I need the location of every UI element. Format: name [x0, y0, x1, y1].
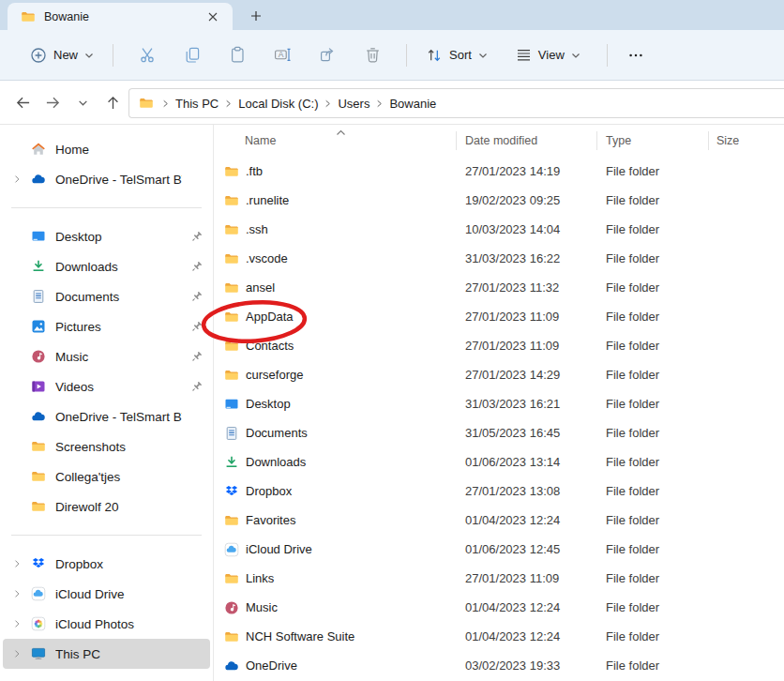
table-row[interactable]: AppData 27/01/2023 11:09 File folder	[214, 302, 784, 331]
expand-chevron-icon[interactable]	[3, 648, 31, 659]
sidebar-item-desktop[interactable]: Desktop	[3, 221, 210, 251]
table-row[interactable]: ansel 27/01/2023 11:32 File folder	[214, 273, 784, 302]
sidebar-item-downloads[interactable]: Downloads	[3, 251, 210, 281]
sidebar-item-pictures[interactable]: Pictures	[3, 311, 210, 341]
column-header-size[interactable]: Size	[708, 134, 784, 147]
view-button[interactable]: View	[508, 41, 588, 68]
breadcrumb-chevron-icon	[375, 99, 384, 108]
table-row[interactable]: Favorites 01/04/2023 12:24 File folder	[214, 506, 784, 535]
file-type: File folder	[596, 542, 708, 556]
breadcrumb-item[interactable]: Bowanie	[385, 95, 440, 113]
sidebar-item-collega-tjes[interactable]: Collega'tjes	[3, 462, 210, 492]
sidebar-item-icloud-drive[interactable]: iCloud Drive	[3, 579, 210, 609]
sidebar-item-icloud-photos[interactable]: iCloud Photos	[3, 609, 210, 639]
table-row[interactable]: Documents 31/05/2023 16:45 File folder	[214, 418, 784, 447]
table-row[interactable]: OneDrive 03/02/2023 19:33 File folder	[214, 651, 784, 680]
table-row[interactable]: Music 01/04/2023 12:24 File folder	[214, 593, 784, 622]
column-header-type[interactable]: Type	[596, 134, 708, 147]
sidebar-item-home[interactable]: Home	[3, 134, 210, 164]
sidebar-item-onedrive-telsmart-bv[interactable]: OneDrive - TelSmart BV	[3, 401, 210, 431]
column-divider[interactable]	[456, 131, 457, 150]
breadcrumb-item[interactable]: Local Disk (C:)	[234, 95, 322, 113]
table-row[interactable]: Dropbox 27/01/2023 13:08 File folder	[214, 477, 784, 506]
sidebar-item-label: Pictures	[55, 320, 182, 334]
sidebar-item-label: Screenshots	[55, 440, 182, 454]
plus-circle-icon	[30, 47, 47, 64]
forward-button[interactable]	[38, 87, 68, 117]
cut-button[interactable]	[125, 46, 170, 64]
file-name: .ftb	[246, 164, 263, 178]
column-divider[interactable]	[708, 131, 709, 150]
file-date-modified: 19/02/2023 09:25	[456, 193, 596, 207]
column-divider[interactable]	[596, 131, 597, 150]
downloads-icon	[31, 259, 46, 274]
sidebar-item-label: Collega'tjes	[55, 470, 182, 484]
new-button[interactable]: New	[23, 41, 101, 69]
sidebar-item-documents[interactable]: Documents	[3, 281, 210, 311]
expand-chevron-icon[interactable]	[3, 588, 31, 599]
dropbox-icon	[31, 556, 46, 571]
sort-arrows-icon	[426, 47, 443, 64]
sort-ascending-caret-icon[interactable]	[336, 126, 346, 139]
folder-icon	[224, 310, 239, 325]
table-row[interactable]: .ssh 10/03/2023 14:04 File folder	[214, 215, 784, 244]
sidebar-item-onedrive-telsmart-bv[interactable]: OneDrive - TelSmart BV	[3, 164, 210, 194]
breadcrumb-item[interactable]: Users	[334, 95, 373, 113]
sidebar-item-this-pc[interactable]: This PC	[3, 639, 210, 669]
sort-button[interactable]: Sort	[418, 41, 495, 69]
rename-button[interactable]: A	[260, 46, 305, 64]
table-row[interactable]: .ftb 27/01/2023 14:19 File folder	[214, 157, 784, 186]
sidebar-item-dropbox[interactable]: Dropbox	[3, 549, 210, 579]
more-options-button[interactable]	[619, 47, 653, 64]
tab-close-icon[interactable]	[203, 7, 223, 27]
address-bar[interactable]: This PC Local Disk (C:) Users Bowanie	[128, 88, 784, 118]
explorer-tab[interactable]: Bowanie	[8, 3, 233, 30]
file-type: File folder	[596, 426, 708, 440]
desktop-icon	[31, 229, 46, 244]
file-type: File folder	[596, 600, 708, 614]
up-button[interactable]	[98, 87, 128, 117]
sidebar-item-label: OneDrive - TelSmart BV	[55, 410, 182, 424]
file-rows: .ftb 27/01/2023 14:19 File folder .runel…	[214, 157, 784, 680]
folder-icon	[31, 469, 46, 484]
pictures-icon	[31, 319, 46, 334]
file-date-modified: 27/01/2023 13:08	[456, 484, 596, 498]
table-row[interactable]: .vscode 31/03/2023 16:22 File folder	[214, 244, 784, 273]
breadcrumb-chevron-icon	[224, 99, 233, 108]
command-toolbar: New A Sort View	[0, 30, 784, 81]
table-row[interactable]: NCH Software Suite 01/04/2023 12:24 File…	[214, 622, 784, 651]
new-tab-button[interactable]	[242, 3, 270, 29]
back-button[interactable]	[8, 87, 38, 117]
table-row[interactable]: .runelite 19/02/2023 09:25 File folder	[214, 186, 784, 215]
expand-chevron-icon[interactable]	[3, 174, 31, 185]
column-header-date-modified[interactable]: Date modified	[456, 134, 596, 147]
file-name: NCH Software Suite	[246, 629, 354, 643]
table-row[interactable]: Desktop 31/03/2023 16:21 File folder	[214, 389, 784, 418]
sidebar-item-direwolf-20[interactable]: Direwolf 20	[3, 492, 210, 522]
table-row[interactable]: Downloads 01/06/2023 13:14 File folder	[214, 447, 784, 477]
folder-icon	[21, 9, 36, 24]
file-name: .ssh	[246, 222, 268, 236]
table-row[interactable]: iCloud Drive 01/06/2023 12:45 File folde…	[214, 535, 784, 564]
icloud-drive-icon	[224, 542, 239, 557]
sidebar-item-videos[interactable]: Videos	[3, 371, 210, 401]
file-name: Music	[246, 600, 278, 614]
expand-chevron-icon[interactable]	[3, 558, 31, 569]
paste-button[interactable]	[215, 46, 260, 64]
sidebar-item-screenshots[interactable]: Screenshots	[3, 431, 210, 462]
expand-chevron-icon[interactable]	[3, 618, 31, 629]
table-row[interactable]: curseforge 27/01/2023 14:29 File folder	[214, 360, 784, 389]
sort-button-label: Sort	[449, 48, 472, 62]
breadcrumb-item[interactable]: This PC	[172, 95, 222, 113]
column-header-name[interactable]: Name	[214, 134, 456, 147]
recent-locations-chevron-icon[interactable]	[68, 87, 98, 117]
table-row[interactable]: Contacts 27/01/2023 11:09 File folder	[214, 331, 784, 360]
sidebar-item-music[interactable]: Music	[3, 341, 210, 371]
share-button[interactable]	[305, 46, 350, 64]
file-date-modified: 31/05/2023 16:45	[456, 426, 596, 440]
file-date-modified: 31/03/2023 16:22	[456, 251, 596, 265]
table-row[interactable]: Links 27/01/2023 11:09 File folder	[214, 564, 784, 593]
pin-icon	[182, 260, 210, 274]
copy-button[interactable]	[170, 46, 215, 64]
delete-button[interactable]	[350, 46, 395, 64]
